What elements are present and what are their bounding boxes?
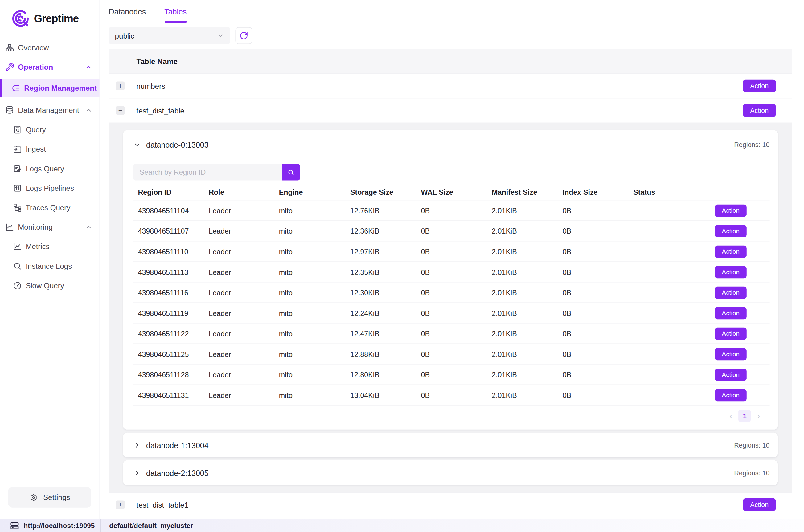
table-action-button[interactable]: Action — [743, 79, 776, 93]
region-cell: 0B — [558, 288, 629, 297]
folder-import-icon — [13, 145, 22, 154]
sidebar-item-label: Traces Query — [25, 204, 70, 212]
server-icon — [10, 521, 19, 530]
region-cell: 0B — [558, 268, 629, 276]
sidebar-item-traces-query[interactable]: Traces Query — [4, 200, 95, 215]
table-row: + numbers Action — [109, 73, 792, 98]
region-cell: Leader — [204, 206, 274, 214]
sidebar-item-label: Slow Query — [25, 281, 64, 290]
sidebar-item-metrics[interactable]: Metrics — [4, 239, 95, 254]
refresh-button[interactable] — [235, 27, 252, 44]
chevron-up-icon — [85, 107, 92, 114]
sidebar-item-label: Query — [25, 126, 46, 134]
sidebar-item-ingest[interactable]: Ingest — [4, 141, 95, 157]
region-cell: 12.36KiB — [346, 227, 417, 235]
datanode-panel-collapsed[interactable]: datanode-1:13004 Regions: 10 — [123, 433, 778, 457]
pagination: ‹ 1 › — [133, 410, 769, 422]
table-action-button[interactable]: Action — [743, 498, 776, 511]
region-action-button[interactable]: Action — [715, 307, 747, 319]
region-cell: 12.80KiB — [346, 370, 417, 379]
table-name: numbers — [136, 82, 165, 90]
datanode-header[interactable]: datanode-0:13003 Regions: 10 — [133, 138, 769, 151]
region-rows: 4398046511104Leadermito12.76KiB0B2.01KiB… — [133, 200, 769, 406]
chevron-right-icon — [133, 441, 141, 449]
pagination-page-1[interactable]: 1 — [739, 410, 751, 422]
server-url-selector[interactable]: http://localhost:19095 — [0, 519, 100, 532]
sidebar-item-logs-query[interactable]: Logs Query — [4, 161, 95, 176]
region-cell: 0B — [558, 309, 629, 317]
database-select[interactable]: public — [109, 27, 230, 44]
datanode-panel-collapsed[interactable]: datanode-2:13005 Regions: 10 — [123, 460, 778, 485]
sidebar-item-query[interactable]: Query — [4, 122, 95, 137]
sidebar-nav: Overview Operation Region Management — [0, 32, 100, 487]
region-column-header: Storage Size — [346, 188, 417, 196]
sidebar-item-instance-logs[interactable]: Instance Logs — [4, 258, 95, 274]
tables-list-header: Table Name — [109, 49, 792, 73]
sliders-icon — [13, 184, 22, 193]
region-action-button[interactable]: Action — [715, 286, 747, 299]
chevron-down-icon[interactable] — [133, 141, 141, 149]
datanode-panel-expanded: datanode-0:13003 Regions: 10 — [123, 130, 778, 429]
region-action-button[interactable]: Action — [715, 225, 747, 237]
region-action-button[interactable]: Action — [715, 368, 747, 381]
sidebar-group-monitoring[interactable]: Monitoring — [4, 220, 95, 235]
region-action-button[interactable]: Action — [715, 327, 747, 340]
region-cell: mito — [274, 329, 346, 338]
line-chart-icon — [13, 242, 22, 251]
table-action-button[interactable]: Action — [743, 104, 776, 117]
datanode-name: datanode-0:13003 — [146, 140, 209, 149]
region-cell: 4398046511128 — [133, 370, 204, 379]
expand-icon[interactable]: + — [116, 81, 125, 90]
tab-tables[interactable]: Tables — [164, 0, 187, 22]
region-action-button[interactable]: Action — [715, 266, 747, 278]
region-action-button[interactable]: Action — [715, 245, 747, 258]
region-cell: 2.01KiB — [487, 329, 558, 338]
sidebar-item-label: Region Management — [24, 84, 97, 93]
region-search-input[interactable] — [133, 164, 282, 180]
region-cell: 0B — [417, 370, 487, 379]
sidebar-item-slow-query[interactable]: Slow Query — [4, 278, 95, 293]
region-cell: mito — [274, 247, 346, 256]
sidebar-item-logs-pipelines[interactable]: Logs Pipelines — [4, 180, 95, 196]
region-cell: 4398046511107 — [133, 227, 204, 235]
region-cell: 2.01KiB — [487, 268, 558, 276]
region-column-header: Role — [204, 188, 274, 196]
region-cell: mito — [274, 227, 346, 235]
gear-icon — [29, 493, 38, 501]
pagination-next-icon[interactable]: › — [757, 412, 760, 420]
region-cell: 0B — [417, 350, 487, 358]
tables-content: public Table Name + numbers — [100, 23, 804, 517]
sidebar: Greptime Overview Operation — [0, 0, 100, 519]
tab-datanodes[interactable]: Datanodes — [109, 0, 146, 22]
region-cell: 0B — [558, 227, 629, 235]
region-search-button[interactable] — [282, 164, 300, 180]
region-cell: mito — [274, 288, 346, 297]
search-icon — [287, 168, 295, 176]
table-name: test_dist_table1 — [136, 500, 188, 509]
collapse-icon[interactable]: − — [116, 106, 125, 115]
sidebar-group-data-management[interactable]: Data Management — [4, 103, 95, 118]
region-action-button[interactable]: Action — [715, 204, 747, 217]
region-column-header: Engine — [274, 188, 346, 196]
sidebar-item-region-management[interactable]: Region Management — [0, 79, 100, 97]
region-cell: mito — [274, 206, 346, 214]
gauge-icon — [13, 281, 22, 290]
sidebar-item-label: Metrics — [25, 243, 50, 251]
region-cell: 2.01KiB — [487, 206, 558, 214]
region-cell: 2.01KiB — [487, 288, 558, 297]
expand-icon[interactable]: + — [116, 500, 125, 509]
regions-count: Regions: 10 — [734, 469, 769, 476]
region-cell: 0B — [417, 391, 487, 399]
region-action-button[interactable]: Action — [715, 389, 747, 401]
region-row: 4398046511119Leadermito12.24KiB0B2.01KiB… — [133, 302, 769, 323]
sidebar-item-label: Logs Pipelines — [25, 184, 74, 192]
region-cell: 0B — [417, 247, 487, 256]
sidebar-item-overview[interactable]: Overview — [4, 40, 95, 56]
pagination-prev-icon[interactable]: ‹ — [729, 412, 732, 420]
sidebar-group-operation[interactable]: Operation — [4, 59, 95, 75]
region-cell: 4398046511116 — [133, 288, 204, 297]
region-action-button[interactable]: Action — [715, 348, 747, 360]
settings-button[interactable]: Settings — [8, 487, 91, 508]
table-name-column-header: Table Name — [136, 57, 177, 65]
brand-logo: Greptime — [0, 0, 100, 32]
